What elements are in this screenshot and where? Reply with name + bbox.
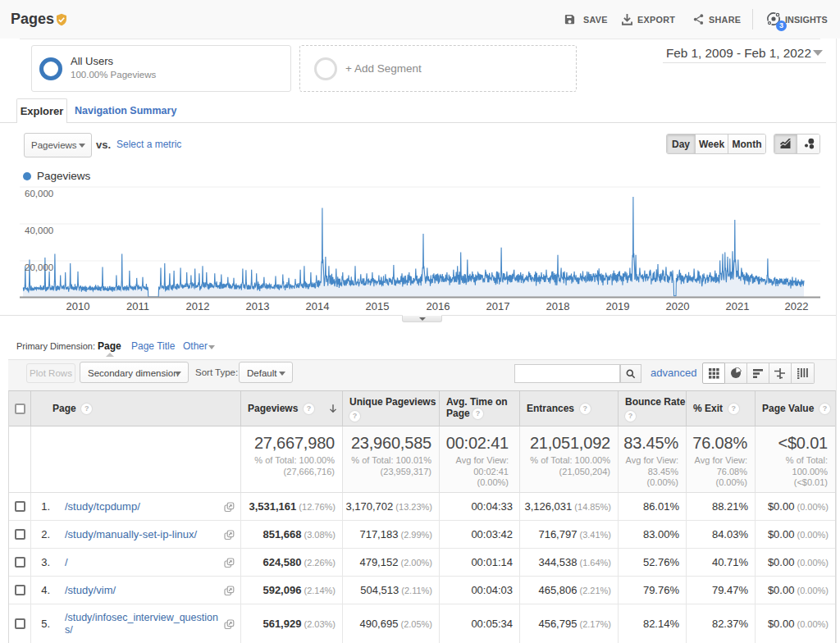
svg-text:2019: 2019 xyxy=(606,300,630,312)
svg-text:2016: 2016 xyxy=(427,300,450,312)
svg-text:60,000: 60,000 xyxy=(25,189,53,198)
svg-text:2015: 2015 xyxy=(366,300,390,312)
svg-text:2021: 2021 xyxy=(726,300,750,312)
svg-text:40,000: 40,000 xyxy=(25,226,53,235)
svg-text:2018: 2018 xyxy=(546,300,570,312)
svg-text:2013: 2013 xyxy=(246,300,270,312)
svg-text:2010: 2010 xyxy=(66,300,90,312)
svg-text:2011: 2011 xyxy=(126,300,149,312)
svg-text:2014: 2014 xyxy=(306,300,330,312)
svg-text:2017: 2017 xyxy=(486,300,510,312)
svg-text:2022: 2022 xyxy=(785,300,809,312)
svg-text:2020: 2020 xyxy=(666,300,690,312)
svg-text:2012: 2012 xyxy=(186,300,210,312)
svg-text:20,000: 20,000 xyxy=(25,262,53,272)
